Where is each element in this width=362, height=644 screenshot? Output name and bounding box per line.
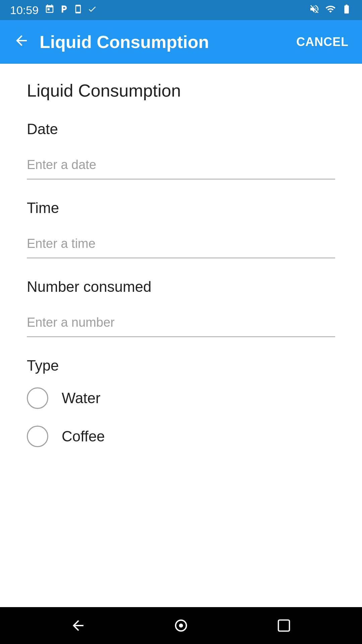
type-label: Type [27,357,335,374]
time-label: Time [27,200,335,216]
status-bar-right [309,4,352,17]
number-consumed-input[interactable] [27,309,335,337]
number-consumed-label: Number consumed [27,278,335,295]
date-section: Date [27,121,335,179]
mute-icon [309,4,320,17]
radio-item-water[interactable]: Water [27,387,335,409]
type-section: Type Water Coffee [27,357,335,447]
check-icon [87,4,97,16]
calendar-icon [45,4,55,16]
number-consumed-section: Number consumed [27,278,335,337]
phone-icon [73,4,83,16]
date-label: Date [27,121,335,138]
nav-back-button[interactable] [65,612,92,639]
svg-rect-2 [278,620,289,631]
status-icons [45,4,97,16]
nav-recent-button[interactable] [270,612,297,639]
app-bar-title: Liquid Consumption [40,32,296,52]
battery-icon [341,4,352,17]
parking-icon [59,4,69,16]
cancel-button[interactable]: CANCEL [296,35,349,49]
svg-point-1 [179,624,183,628]
radio-item-coffee[interactable]: Coffee [27,426,335,447]
radio-label-water: Water [62,390,101,407]
status-bar-left: 10:59 [10,4,97,17]
app-bar: Liquid Consumption CANCEL [0,20,362,64]
type-radio-group: Water Coffee [27,387,335,447]
status-time: 10:59 [10,4,39,17]
radio-label-coffee: Coffee [62,428,105,445]
status-bar: 10:59 [0,0,362,20]
date-input[interactable] [27,151,335,179]
time-input[interactable] [27,230,335,258]
radio-circle-coffee[interactable] [27,426,48,447]
page-heading: Liquid Consumption [27,80,335,101]
radio-circle-water[interactable] [27,387,48,409]
back-button[interactable] [13,33,29,51]
bottom-nav [0,607,362,644]
time-section: Time [27,200,335,258]
nav-home-button[interactable] [168,612,194,639]
wifi-icon [325,4,336,17]
page-content: Liquid Consumption Date Time Number cons… [0,64,362,607]
